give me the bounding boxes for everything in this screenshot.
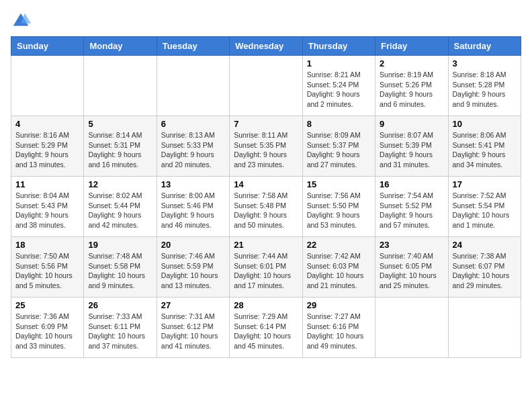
day-info: Sunrise: 8:11 AMSunset: 5:35 PMDaylight:… xyxy=(234,130,298,170)
day-info: Sunrise: 7:40 AMSunset: 6:05 PMDaylight:… xyxy=(380,251,443,291)
calendar-cell xyxy=(448,298,521,358)
day-number: 7 xyxy=(234,119,298,129)
day-number: 2 xyxy=(380,58,443,68)
day-number: 3 xyxy=(453,58,517,68)
day-number: 11 xyxy=(15,179,79,189)
day-info: Sunrise: 8:16 AMSunset: 5:29 PMDaylight:… xyxy=(15,130,79,170)
day-header-thursday: Thursday xyxy=(302,37,375,56)
day-number: 10 xyxy=(453,119,517,129)
day-info: Sunrise: 7:33 AMSunset: 6:11 PMDaylight:… xyxy=(88,312,152,351)
day-number: 24 xyxy=(453,240,517,250)
day-info: Sunrise: 7:31 AMSunset: 6:12 PMDaylight:… xyxy=(161,312,225,351)
day-number: 15 xyxy=(307,179,371,189)
day-header-sunday: Sunday xyxy=(11,37,84,56)
calendar-cell: 10Sunrise: 8:06 AMSunset: 5:41 PMDayligh… xyxy=(448,116,521,177)
day-number: 13 xyxy=(161,179,225,189)
day-number: 14 xyxy=(234,179,298,189)
calendar-cell: 3Sunrise: 8:18 AMSunset: 5:28 PMDaylight… xyxy=(448,56,521,116)
day-number: 12 xyxy=(88,179,152,189)
logo xyxy=(11,11,34,31)
day-number: 28 xyxy=(234,300,298,310)
day-number: 23 xyxy=(380,240,443,250)
day-info: Sunrise: 8:09 AMSunset: 5:37 PMDaylight:… xyxy=(307,130,371,170)
calendar-cell: 26Sunrise: 7:33 AMSunset: 6:11 PMDayligh… xyxy=(84,298,157,358)
day-header-wednesday: Wednesday xyxy=(230,37,302,56)
calendar-cell: 17Sunrise: 7:52 AMSunset: 5:54 PMDayligh… xyxy=(448,177,521,237)
day-number: 18 xyxy=(15,240,79,250)
day-info: Sunrise: 7:54 AMSunset: 5:52 PMDaylight:… xyxy=(380,191,443,230)
day-header-friday: Friday xyxy=(375,37,448,56)
calendar-cell: 27Sunrise: 7:31 AMSunset: 6:12 PMDayligh… xyxy=(157,298,229,358)
calendar-cell: 25Sunrise: 7:36 AMSunset: 6:09 PMDayligh… xyxy=(11,298,84,358)
calendar-week-2: 4Sunrise: 8:16 AMSunset: 5:29 PMDaylight… xyxy=(11,116,521,177)
calendar-header-row: SundayMondayTuesdayWednesdayThursdayFrid… xyxy=(11,37,521,56)
day-number: 16 xyxy=(380,179,443,189)
calendar-cell xyxy=(230,56,302,116)
day-number: 6 xyxy=(161,119,225,129)
day-number: 29 xyxy=(307,300,371,310)
calendar-cell: 6Sunrise: 8:13 AMSunset: 5:33 PMDaylight… xyxy=(157,116,229,177)
logo-icon xyxy=(11,11,31,31)
day-info: Sunrise: 7:48 AMSunset: 5:58 PMDaylight:… xyxy=(88,251,152,291)
day-number: 20 xyxy=(161,240,225,250)
day-number: 21 xyxy=(234,240,298,250)
calendar-cell: 7Sunrise: 8:11 AMSunset: 5:35 PMDaylight… xyxy=(230,116,302,177)
day-header-tuesday: Tuesday xyxy=(157,37,229,56)
day-info: Sunrise: 8:19 AMSunset: 5:26 PMDaylight:… xyxy=(380,70,443,109)
day-info: Sunrise: 7:50 AMSunset: 5:56 PMDaylight:… xyxy=(15,251,79,291)
calendar-cell: 9Sunrise: 8:07 AMSunset: 5:39 PMDaylight… xyxy=(375,116,448,177)
day-number: 22 xyxy=(307,240,371,250)
calendar-cell: 20Sunrise: 7:46 AMSunset: 5:59 PMDayligh… xyxy=(157,237,229,298)
day-number: 19 xyxy=(88,240,152,250)
calendar-cell xyxy=(11,56,84,116)
day-header-saturday: Saturday xyxy=(448,37,521,56)
calendar-cell: 22Sunrise: 7:42 AMSunset: 6:03 PMDayligh… xyxy=(302,237,375,298)
calendar-table: SundayMondayTuesdayWednesdayThursdayFrid… xyxy=(11,36,521,358)
calendar-cell xyxy=(84,56,157,116)
day-info: Sunrise: 7:38 AMSunset: 6:07 PMDaylight:… xyxy=(453,251,517,291)
calendar-cell: 16Sunrise: 7:54 AMSunset: 5:52 PMDayligh… xyxy=(375,177,448,237)
day-info: Sunrise: 8:02 AMSunset: 5:44 PMDaylight:… xyxy=(88,191,152,230)
day-info: Sunrise: 7:58 AMSunset: 5:48 PMDaylight:… xyxy=(234,191,298,230)
calendar-week-1: 1Sunrise: 8:21 AMSunset: 5:24 PMDaylight… xyxy=(11,56,521,116)
calendar-cell: 29Sunrise: 7:27 AMSunset: 6:16 PMDayligh… xyxy=(302,298,375,358)
day-number: 17 xyxy=(453,179,517,189)
day-number: 4 xyxy=(15,119,79,129)
day-info: Sunrise: 8:00 AMSunset: 5:46 PMDaylight:… xyxy=(161,191,225,230)
day-info: Sunrise: 7:46 AMSunset: 5:59 PMDaylight:… xyxy=(161,251,225,291)
day-info: Sunrise: 8:18 AMSunset: 5:28 PMDaylight:… xyxy=(453,70,517,109)
day-number: 26 xyxy=(88,300,152,310)
calendar-cell: 19Sunrise: 7:48 AMSunset: 5:58 PMDayligh… xyxy=(84,237,157,298)
calendar-cell: 12Sunrise: 8:02 AMSunset: 5:44 PMDayligh… xyxy=(84,177,157,237)
day-info: Sunrise: 7:42 AMSunset: 6:03 PMDaylight:… xyxy=(307,251,371,291)
calendar-cell: 5Sunrise: 8:14 AMSunset: 5:31 PMDaylight… xyxy=(84,116,157,177)
day-info: Sunrise: 8:07 AMSunset: 5:39 PMDaylight:… xyxy=(380,130,443,170)
calendar-week-3: 11Sunrise: 8:04 AMSunset: 5:43 PMDayligh… xyxy=(11,177,521,237)
day-number: 5 xyxy=(88,119,152,129)
calendar-cell: 2Sunrise: 8:19 AMSunset: 5:26 PMDaylight… xyxy=(375,56,448,116)
day-number: 8 xyxy=(307,119,371,129)
calendar-cell: 28Sunrise: 7:29 AMSunset: 6:14 PMDayligh… xyxy=(230,298,302,358)
calendar-cell: 23Sunrise: 7:40 AMSunset: 6:05 PMDayligh… xyxy=(375,237,448,298)
header xyxy=(11,11,521,31)
day-info: Sunrise: 8:04 AMSunset: 5:43 PMDaylight:… xyxy=(15,191,79,230)
calendar-cell: 8Sunrise: 8:09 AMSunset: 5:37 PMDaylight… xyxy=(302,116,375,177)
calendar-cell xyxy=(157,56,229,116)
day-info: Sunrise: 7:29 AMSunset: 6:14 PMDaylight:… xyxy=(234,312,298,351)
calendar-cell: 14Sunrise: 7:58 AMSunset: 5:48 PMDayligh… xyxy=(230,177,302,237)
day-info: Sunrise: 7:36 AMSunset: 6:09 PMDaylight:… xyxy=(15,312,79,351)
day-number: 1 xyxy=(307,58,371,68)
calendar-cell: 21Sunrise: 7:44 AMSunset: 6:01 PMDayligh… xyxy=(230,237,302,298)
day-info: Sunrise: 7:56 AMSunset: 5:50 PMDaylight:… xyxy=(307,191,371,230)
day-info: Sunrise: 7:44 AMSunset: 6:01 PMDaylight:… xyxy=(234,251,298,291)
calendar-week-5: 25Sunrise: 7:36 AMSunset: 6:09 PMDayligh… xyxy=(11,298,521,358)
day-info: Sunrise: 8:13 AMSunset: 5:33 PMDaylight:… xyxy=(161,130,225,170)
calendar-cell: 4Sunrise: 8:16 AMSunset: 5:29 PMDaylight… xyxy=(11,116,84,177)
day-info: Sunrise: 7:27 AMSunset: 6:16 PMDaylight:… xyxy=(307,312,371,351)
day-number: 27 xyxy=(161,300,225,310)
day-number: 9 xyxy=(380,119,443,129)
calendar-cell: 15Sunrise: 7:56 AMSunset: 5:50 PMDayligh… xyxy=(302,177,375,237)
day-header-monday: Monday xyxy=(84,37,157,56)
calendar-cell: 18Sunrise: 7:50 AMSunset: 5:56 PMDayligh… xyxy=(11,237,84,298)
calendar-cell: 13Sunrise: 8:00 AMSunset: 5:46 PMDayligh… xyxy=(157,177,229,237)
